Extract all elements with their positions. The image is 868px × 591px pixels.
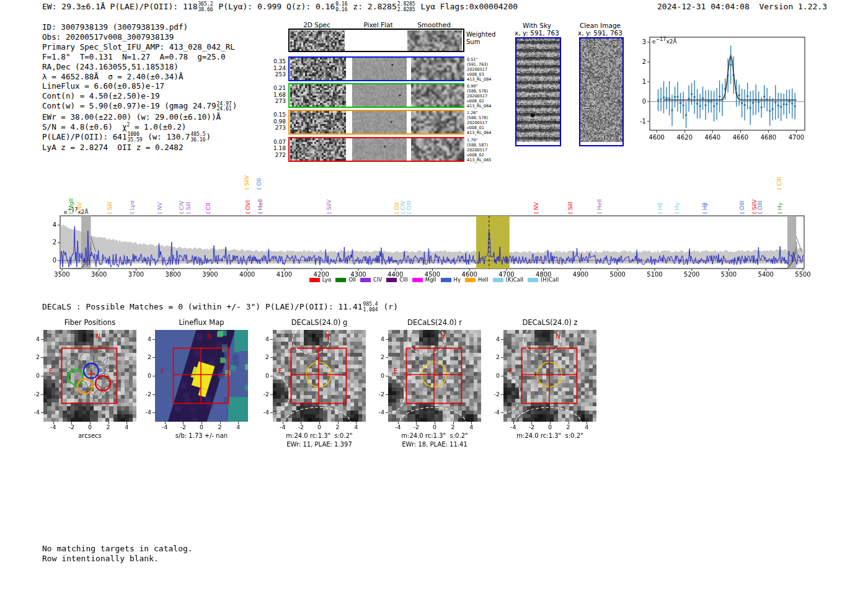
- cutout-y-tickmark: [501, 412, 503, 413]
- cutout-x-tickmark: [398, 422, 399, 424]
- cutout-y-tickmark: [386, 339, 388, 340]
- cutout-y-tickmark: [270, 376, 273, 376]
- cutout-y-tickmark: [153, 357, 155, 358]
- spec2d-image: [290, 84, 346, 107]
- emission-line-label: ( SiIV: [326, 200, 332, 214]
- cutout-y-tick: 4: [139, 335, 151, 342]
- legend-label: (H)CaII: [541, 277, 559, 283]
- cutout-image-decals: [503, 330, 596, 422]
- cutout-title: Lineflux Map: [143, 318, 260, 327]
- cutout-y-tickmark: [41, 339, 43, 340]
- cutout-y-tick: 4: [257, 335, 269, 342]
- cutout-title: DECaLS(24.0) z: [491, 318, 609, 327]
- legend-item: (H)CaII: [528, 277, 559, 283]
- legend-swatch: [441, 278, 451, 282]
- legend-swatch: [493, 278, 503, 282]
- legend-item: HeII: [465, 277, 489, 283]
- smoothed-image: [411, 111, 464, 133]
- cutout-y-tickmark: [501, 394, 503, 395]
- cutout-y-tick: 4: [27, 335, 40, 342]
- legend-swatch: [360, 278, 371, 282]
- cutout-y-tickmark: [270, 412, 273, 413]
- legend-item: (K)CaII: [493, 277, 523, 283]
- fiber-row-meta: 0.51"(591, 763)20200517v008_03413_RL_084: [467, 57, 491, 82]
- emission-line-label: ( Hδ: [657, 202, 663, 214]
- emission-line-label: ( Hβ: [702, 202, 708, 214]
- spectrum-x-tick: 3900: [197, 271, 224, 278]
- emission-line-label: ( NV: [76, 202, 82, 214]
- cutout-x-tickmark: [126, 422, 127, 424]
- cutout-xlabel: m:24.0 rc:1.3" s:0.2": [373, 432, 497, 439]
- cutout-x-tickmark: [283, 422, 283, 424]
- cutout-image-decals: [273, 330, 366, 422]
- cutout-y-tick: -2: [372, 391, 384, 398]
- cutout-y-tickmark: [153, 394, 155, 395]
- legend-label: HeII: [478, 277, 489, 283]
- emission-line-label: ( HeII: [596, 199, 603, 214]
- legend-swatch: [309, 278, 320, 282]
- cutout-y-tickmark: [501, 339, 503, 340]
- info-line-7: Cont(n) = 4.50(±2.50)e-19: [42, 91, 237, 101]
- cutout-image-decals: [388, 330, 481, 422]
- inset-y-tick: 1: [630, 78, 646, 85]
- emission-line-label: ( CII: [205, 203, 211, 214]
- spec2d-col-header: Smoothed: [406, 21, 462, 29]
- emission-line-label: ( MgII: [68, 198, 74, 214]
- cutout-title: Fiber Positions: [31, 318, 149, 327]
- spec2d-col-header: 2D Spec: [289, 21, 345, 29]
- cutout-y-tick: 0: [257, 372, 269, 379]
- cutout-x-tick: 0: [311, 424, 328, 430]
- cutout-y-tickmark: [386, 357, 388, 358]
- pixel-flat-image: [352, 84, 407, 107]
- emission-line-label: ( SiII: [185, 202, 192, 214]
- legend-item: Hγ: [441, 277, 461, 283]
- legend-label: (K)CaII: [506, 277, 523, 283]
- cutout-xlabel: m:24.0 rc:1.3" s:0.2": [257, 432, 381, 439]
- spec2d-fiber-row: [288, 83, 464, 108]
- info-line-5: λ = 4652.88Å σ = 2.40(±0.34)Å: [42, 72, 237, 82]
- legend-swatch: [528, 278, 538, 282]
- spectrum-y-tick: 0: [48, 257, 56, 264]
- fiber-row-weights: 0.211.68273: [268, 85, 286, 105]
- cutout-x-tick: 4: [578, 424, 595, 430]
- decals-match-header: DECaLS : Possible Matches = 0 (within +/…: [42, 302, 398, 313]
- cutout-x-tickmark: [531, 422, 532, 424]
- cutout-x-tick: 0: [193, 424, 210, 430]
- cutout-title: DECaLS(24.0) r: [376, 318, 494, 327]
- cutout-y-tick: -4: [372, 409, 384, 415]
- spectrum-x-tick: 3500: [48, 271, 76, 278]
- weighted-sum-label: WeightedSum: [466, 31, 495, 46]
- emission-line-label: ( CIII: [776, 177, 782, 190]
- cutout-xlabel: m:24.0 rc:1.3" s:0.2": [488, 432, 612, 439]
- spectrum-x-tick: 5400: [752, 271, 779, 278]
- legend-item: CIII: [386, 277, 407, 283]
- cutout-y-tickmark: [153, 376, 155, 376]
- cutout-x-tickmark: [319, 422, 320, 424]
- cutout-x-tick: -4: [505, 424, 522, 430]
- cutout-x-tickmark: [453, 422, 454, 424]
- legend-label: OII: [348, 277, 356, 283]
- cutout-x-tickmark: [587, 422, 587, 424]
- cutout-y-tickmark: [153, 339, 155, 340]
- emission-line-label: ( OIII: [406, 201, 412, 214]
- info-line-9: EWr = 38.00(±22.00) (w: 29.00(±6.10))Å: [42, 112, 237, 122]
- cutout-x-tickmark: [165, 422, 166, 424]
- cutout-y-tickmark: [153, 412, 155, 413]
- inset-x-tick: 4660: [728, 134, 753, 141]
- cutout-image-lineflux: [155, 330, 248, 422]
- legend-swatch: [465, 278, 476, 282]
- cutout-x-tickmark: [53, 422, 54, 424]
- cutout-x-tick: 2: [445, 424, 462, 430]
- cutout-x-tick: -2: [63, 424, 80, 430]
- inset-y-tick: -1: [630, 118, 646, 125]
- spec2d-image: [290, 58, 346, 80]
- inset-x-tick: 4700: [784, 134, 808, 141]
- cutout-y-tickmark: [270, 357, 273, 358]
- footer-line-1: No matching targets in catalog.: [42, 544, 193, 554]
- info-line-3: F=1.8" T=0.131 N=1.27 A=0.78 g=25.0: [42, 52, 237, 62]
- inset-y-tick: 0: [630, 98, 646, 105]
- spec2d-image: [290, 138, 346, 161]
- spectrum-legend: LyαOIICIVCIIIMgIIHγHeII(K)CaII(H)CaII: [273, 277, 595, 283]
- sky-panel-title: With Skyx, y: 591, 763: [503, 22, 571, 37]
- fiber-row-meta: 0.99"(588, 578)20200517v008_02413_RL_064: [467, 84, 491, 109]
